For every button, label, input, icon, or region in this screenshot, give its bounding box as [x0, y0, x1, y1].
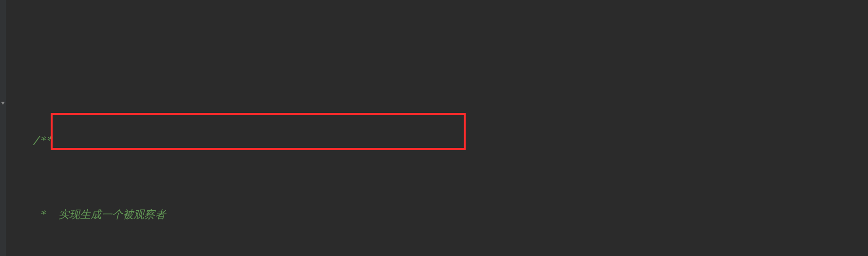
annotation-highlight-box [51, 113, 466, 150]
code-editor[interactable]: /** * 实现生成一个被观察者 */ class ObservableCrea… [0, 0, 868, 256]
code-line[interactable]: * 实现生成一个被观察者 [0, 187, 868, 205]
doc-comment-star: * [33, 208, 58, 220]
doc-comment-text: 实现生成一个被观察者 [58, 208, 166, 220]
fold-icon[interactable] [0, 101, 5, 106]
code-line[interactable]: /** [0, 94, 868, 113]
gutter [0, 0, 6, 256]
doc-comment-open: /** [33, 134, 52, 146]
